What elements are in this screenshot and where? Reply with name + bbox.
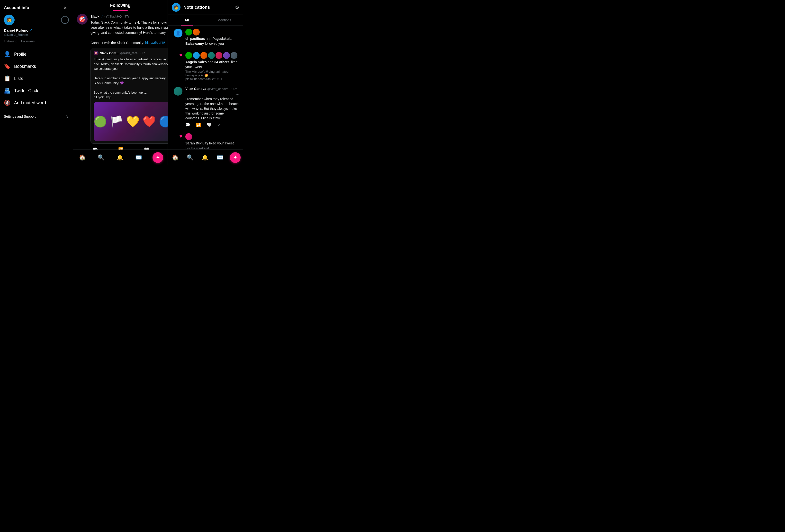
quoted-tweet-header: 🎯 Slack Com... @slack_com... · 1h: [94, 51, 168, 55]
close-button[interactable]: ✕: [61, 4, 69, 12]
follow-content: el_pacificus and Pagudakula Balaswamy fo…: [185, 29, 239, 46]
follower-1-name: el_pacificus: [185, 37, 205, 41]
notifications-tabs: All Mentions: [168, 15, 243, 26]
liker-avatar-3: [200, 52, 207, 59]
slack-image-inner: 🟢 🏳️ 💛 ❤️ 🔵: [94, 102, 168, 141]
search-nav-button[interactable]: 🔍: [96, 153, 106, 162]
like-text-1: Angelo Salzo and 34 others liked your Tw…: [185, 60, 239, 69]
like-sub-1: The Microsoft @bing animated homepage is…: [185, 70, 239, 81]
gear-button[interactable]: ⚙: [235, 4, 239, 10]
settings-support-label: Settings and Support: [4, 114, 36, 118]
like-icon-col-2: ♥: [172, 133, 182, 139]
right-home-nav-button[interactable]: 🏠: [171, 153, 180, 162]
user-name: Daniel Rubino ✓: [0, 27, 73, 32]
liker-avatar-1: [185, 52, 192, 59]
tab-all[interactable]: All: [168, 15, 206, 26]
slack-link[interactable]: bit.ly/3lMvfT5: [145, 41, 165, 45]
nav-item-lists[interactable]: 📋 Lists: [0, 73, 73, 85]
middle-bottom-nav: 🏠 🔍 🔔 ✉️ ✦: [73, 150, 168, 165]
following-title: Following: [77, 3, 164, 10]
nav-item-bookmarks[interactable]: 🔖 Bookmarks: [0, 60, 73, 73]
following-header: Following: [73, 0, 168, 11]
reply-content: Vitor Canova @vitor_canova · 16m ··· I r…: [185, 87, 239, 127]
add-account-button[interactable]: +: [61, 16, 69, 24]
user-handle: @Daniel_Rubino: [0, 32, 73, 38]
liker-avatar-5: [216, 52, 222, 59]
tab-mentions[interactable]: Mentions: [206, 15, 243, 26]
home-nav-button[interactable]: 🏠: [78, 153, 87, 162]
right-panel: 🧑 Notifications ⚙ All Mentions 👤 el_paci…: [168, 0, 243, 165]
reply-tweet-actions: 💬 🔁 🤍 ↗: [185, 123, 239, 127]
like-notification-1: ♥ Angelo Salzo and 34 others liked your …: [168, 49, 243, 84]
reply-share-icon[interactable]: ↗: [218, 123, 221, 127]
right-compose-fab-button[interactable]: ✦: [230, 152, 240, 163]
messages-nav-button[interactable]: ✉️: [134, 153, 144, 162]
liker-avatar-2: [193, 52, 200, 59]
middle-panel: Following 🎯 Slack ✓ · @SlackHQ · 37s ···…: [73, 0, 168, 165]
quoted-tweet: 🎯 Slack Com... @slack_com... · 1h #Slack…: [91, 48, 168, 144]
reply-notification: Vitor Canova @vitor_canova · 16m ··· I r…: [168, 84, 243, 130]
divider: [0, 47, 73, 47]
quoted-body: #SlackCommunity has been an adventure si…: [94, 57, 168, 100]
bookmarks-icon: 🔖: [4, 63, 10, 70]
profile-label: Profile: [14, 52, 26, 57]
liker-avatar-sarah: [185, 133, 192, 140]
slack-avatar[interactable]: 🎯: [77, 14, 87, 25]
following-stat[interactable]: Following: [4, 39, 17, 43]
slack-tweet-card: 🎯 Slack ✓ · @SlackHQ · 37s ··· Today, Sl…: [73, 11, 168, 157]
reply-more-button[interactable]: ···: [236, 92, 239, 97]
tweet-author-line: Slack ✓ · @SlackHQ · 37s ···: [91, 14, 168, 19]
compose-fab-button[interactable]: ✦: [153, 152, 163, 163]
liker-avatar-7: [231, 52, 237, 59]
reply-retweet-icon[interactable]: 🔁: [196, 123, 201, 127]
nav-item-twitter-circle[interactable]: 🫂 Twitter Circle: [0, 85, 73, 97]
quoted-author: Slack Com...: [100, 51, 119, 55]
heart-icon-2: ♥: [179, 133, 182, 139]
like-avatars-2: [185, 133, 239, 140]
liker-count-1: 34 others: [214, 60, 229, 64]
follow-stats: Following Followers: [0, 38, 73, 46]
avatar-row: 🧑 +: [0, 15, 73, 27]
notifications-nav-button[interactable]: 🔔: [115, 153, 125, 162]
notifications-header: 🧑 Notifications ⚙: [168, 0, 243, 15]
follow-text: el_pacificus and Pagudakula Balaswamy fo…: [185, 36, 239, 46]
notif-header-left: 🧑 Notifications: [172, 3, 210, 12]
slack-image: 🟢 🏳️ 💛 ❤️ 🔵: [94, 102, 168, 141]
slack-author: Slack: [91, 15, 100, 19]
like-text-2: Sarah Duguay liked your Tweet: [185, 141, 239, 146]
reply-handle-time: @vitor_canova · 16m: [207, 87, 237, 91]
twitter-circle-label: Twitter Circle: [14, 88, 40, 94]
right-messages-nav-button[interactable]: ✉️: [215, 153, 225, 162]
twitter-circle-icon: 🫂: [4, 87, 10, 94]
right-bottom-nav: 🏠 🔍 🔔 ✉️ ✦: [168, 150, 243, 165]
nav-item-add-muted-word[interactable]: 🔇 Add muted word: [0, 97, 73, 109]
reply-text: I remember when they released years agor…: [185, 97, 239, 121]
liker-name-2: Sarah Duguay: [185, 141, 208, 145]
right-notifications-nav-button[interactable]: 🔔: [200, 153, 210, 162]
account-title: Account info: [4, 5, 29, 10]
muted-word-icon: 🔇: [4, 100, 10, 106]
slack-tweet-body: Today, Slack Community turns 4. Thanks f…: [91, 20, 168, 46]
reply-comment-icon[interactable]: 💬: [185, 123, 190, 127]
avatar[interactable]: 🧑: [4, 15, 15, 25]
follow-avatars: [185, 29, 239, 35]
liker-avatar-4: [208, 52, 215, 59]
followers-stat[interactable]: Followers: [21, 39, 35, 43]
nav-item-profile[interactable]: 👤 Profile: [0, 48, 73, 60]
right-search-nav-button[interactable]: 🔍: [185, 153, 195, 162]
account-header: Account info ✕: [0, 4, 73, 15]
liker-name-1: Angelo Salzo: [185, 60, 207, 64]
quoted-handle: @slack_com... · 1h: [120, 51, 145, 55]
reply-like-icon[interactable]: 🤍: [207, 123, 212, 127]
quoted-avatar: 🎯: [94, 51, 99, 55]
follower-avatar-2: [193, 29, 200, 35]
tab-underline: [113, 10, 128, 11]
reply-author: Vitor Canova: [185, 87, 206, 91]
notif-avatar[interactable]: 🧑: [172, 3, 180, 12]
like-icon-col-1: ♥: [172, 52, 182, 58]
left-panel: Account info ✕ 🧑 + Daniel Rubino ✓ @Dani…: [0, 0, 73, 165]
bookmarks-label: Bookmarks: [14, 64, 36, 69]
settings-support-row[interactable]: Settings and Support ∨: [0, 111, 73, 122]
lists-label: Lists: [14, 76, 23, 81]
tweet-meta: Slack ✓ · @SlackHQ · 37s ··· Today, Slac…: [91, 14, 168, 154]
